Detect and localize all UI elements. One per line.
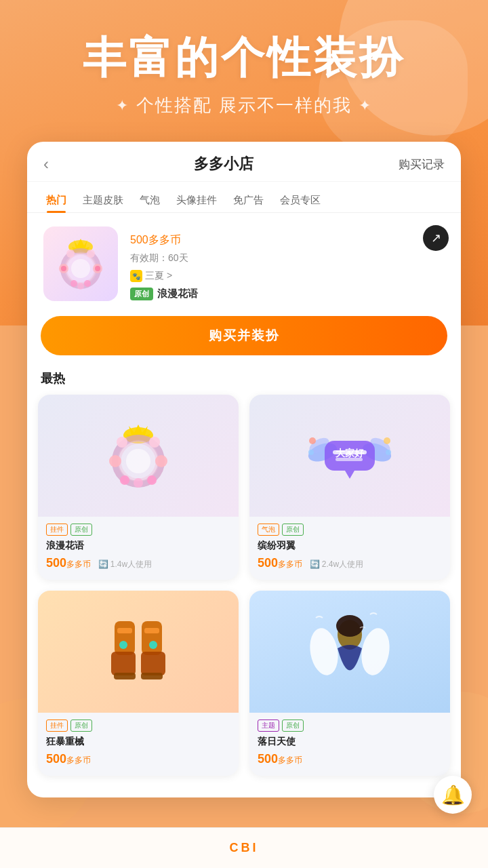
item-card-1[interactable]: 大家好 气泡 原创 缤纷羽翼 500多多币 🔄 2.4w人使用 bbox=[249, 395, 450, 580]
tab-hot[interactable]: 热门 bbox=[38, 189, 75, 212]
tab-theme-skin[interactable]: 主题皮肤 bbox=[75, 189, 131, 212]
tab-bar: 热门 主题皮肤 气泡 头像挂件 免广告 会员专区 bbox=[27, 182, 461, 213]
item-info-1: 气泡 原创 缤纷羽翼 500多多币 🔄 2.4w人使用 bbox=[249, 517, 450, 580]
tab-avatar-pendant[interactable]: 头像挂件 bbox=[168, 189, 225, 212]
tag-type-1: 气泡 bbox=[258, 524, 279, 536]
item-info-0: 挂件 原创 浪漫花语 500多多币 🔄 1.4w人使用 bbox=[38, 517, 239, 580]
tag-original-0: 原创 bbox=[70, 524, 92, 536]
item-price-row-1: 500多多币 🔄 2.4w人使用 bbox=[258, 556, 442, 570]
item-name-0: 浪漫花语 bbox=[46, 540, 230, 552]
tag-original-3: 原创 bbox=[282, 719, 304, 732]
svg-point-24 bbox=[134, 478, 143, 488]
item-image-1: 大家好 bbox=[249, 395, 450, 517]
svg-point-6 bbox=[66, 250, 75, 258]
sparkle-right-icon: ✦ bbox=[359, 97, 372, 115]
card-header: ‹ 多多小店 购买记录 bbox=[27, 142, 461, 182]
featured-name: 浪漫花语 bbox=[157, 288, 198, 300]
svg-point-23 bbox=[147, 475, 157, 485]
tab-vip[interactable]: 会员专区 bbox=[272, 189, 329, 212]
svg-rect-47 bbox=[141, 673, 163, 679]
svg-point-45 bbox=[149, 641, 157, 649]
item-price-0: 500多多币 bbox=[46, 556, 91, 570]
share-icon: ↗ bbox=[431, 231, 441, 245]
item-price-row-2: 500多多币 bbox=[46, 752, 230, 766]
float-notification-button[interactable]: 🔔 bbox=[434, 776, 472, 814]
featured-info: 500多多币 有效期：60天 🐾 三夏 > 原创 浪漫花语 bbox=[130, 227, 445, 300]
item-users-0: 🔄 1.4w人使用 bbox=[98, 559, 152, 569]
svg-rect-38 bbox=[115, 621, 135, 655]
svg-point-25 bbox=[126, 449, 150, 473]
item-name-1: 缤纷羽翼 bbox=[258, 540, 442, 552]
share-button[interactable]: ↗ bbox=[423, 225, 449, 251]
item-card[interactable]: 挂件 原创 浪漫花语 500多多币 🔄 1.4w人使用 bbox=[38, 395, 239, 580]
featured-price-currency: 多多币 bbox=[148, 234, 181, 245]
svg-marker-37 bbox=[345, 471, 354, 479]
robot-icon: 🔔 bbox=[441, 784, 465, 806]
item-name-3: 落日天使 bbox=[258, 736, 442, 748]
svg-point-7 bbox=[87, 250, 95, 258]
svg-point-32 bbox=[308, 450, 314, 455]
hero-section: 丰富的个性装扮 ✦ 个性搭配 展示不一样的我 ✦ bbox=[0, 0, 488, 117]
svg-point-49 bbox=[309, 626, 342, 677]
tab-bubble[interactable]: 气泡 bbox=[131, 189, 168, 212]
shop-title: 多多小店 bbox=[194, 154, 253, 174]
bottom-bar: CBI bbox=[0, 827, 488, 868]
svg-point-9 bbox=[84, 280, 91, 287]
purchase-history-button[interactable]: 购买记录 bbox=[399, 157, 445, 172]
svg-point-50 bbox=[358, 626, 390, 677]
item-image-3 bbox=[249, 591, 450, 713]
svg-rect-41 bbox=[141, 652, 165, 675]
item-price-1: 500多多币 bbox=[258, 556, 302, 570]
author-name[interactable]: 三夏 > bbox=[145, 270, 172, 282]
svg-point-20 bbox=[117, 437, 127, 448]
buy-button[interactable]: 购买并装扮 bbox=[41, 316, 447, 355]
hero-subtitle-text: 个性搭配 展示不一样的我 bbox=[136, 94, 351, 117]
svg-point-12 bbox=[61, 266, 66, 271]
featured-validity: 有效期：60天 bbox=[130, 252, 445, 264]
item-card-3[interactable]: 主题 原创 落日天使 500多多币 bbox=[249, 591, 450, 776]
featured-price-number: 500 bbox=[130, 234, 148, 245]
svg-point-18 bbox=[109, 455, 121, 467]
bottom-bar-label: CBI bbox=[230, 841, 259, 855]
featured-original-tag: 原创 bbox=[130, 288, 153, 300]
svg-point-10 bbox=[77, 283, 84, 290]
item-price-2: 500多多币 bbox=[46, 752, 91, 766]
svg-point-13 bbox=[95, 266, 100, 271]
tag-original-1: 原创 bbox=[282, 524, 304, 536]
svg-point-44 bbox=[119, 641, 127, 649]
svg-rect-42 bbox=[117, 628, 132, 633]
tag-type-3: 主题 bbox=[258, 719, 279, 732]
svg-point-22 bbox=[120, 475, 129, 485]
svg-rect-43 bbox=[144, 628, 159, 633]
author-icon: 🐾 bbox=[130, 270, 142, 282]
svg-point-33 bbox=[386, 450, 391, 455]
featured-price: 500多多币 bbox=[130, 227, 445, 248]
item-image-2 bbox=[38, 591, 239, 713]
item-price-row-3: 500多多币 bbox=[258, 752, 442, 766]
tag-type-2: 挂件 bbox=[46, 719, 68, 732]
item-price-row-0: 500多多币 🔄 1.4w人使用 bbox=[46, 556, 230, 570]
item-card-2[interactable]: 挂件 原创 狂暴重械 500多多币 bbox=[38, 591, 239, 776]
svg-point-31 bbox=[384, 437, 390, 444]
tag-type-0: 挂件 bbox=[46, 524, 68, 536]
shop-card: ‹ 多多小店 购买记录 热门 主题皮肤 气泡 头像挂件 免广告 会员专区 bbox=[27, 142, 461, 797]
svg-point-21 bbox=[149, 437, 160, 448]
svg-rect-46 bbox=[114, 673, 136, 679]
item-tags-3: 主题 原创 bbox=[258, 719, 442, 732]
hero-subtitle: ✦ 个性搭配 展示不一样的我 ✦ bbox=[0, 94, 488, 117]
item-tags-0: 挂件 原创 bbox=[46, 524, 230, 536]
items-grid: 挂件 原创 浪漫花语 500多多币 🔄 1.4w人使用 bbox=[27, 395, 461, 787]
item-info-2: 挂件 原创 狂暴重械 500多多币 bbox=[38, 713, 239, 776]
sparkle-left-icon: ✦ bbox=[116, 97, 129, 115]
tag-original-2: 原创 bbox=[70, 719, 92, 732]
svg-point-8 bbox=[70, 280, 77, 287]
item-price-3: 500多多币 bbox=[258, 752, 302, 766]
svg-point-11 bbox=[71, 259, 90, 278]
item-users-1: 🔄 2.4w人使用 bbox=[310, 559, 364, 569]
tab-no-ads[interactable]: 免广告 bbox=[225, 189, 272, 212]
back-button[interactable]: ‹ bbox=[43, 155, 49, 174]
svg-rect-39 bbox=[142, 621, 162, 655]
featured-author: 🐾 三夏 > bbox=[130, 270, 445, 282]
featured-tag-row: 原创 浪漫花语 bbox=[130, 288, 445, 300]
hero-title: 丰富的个性装扮 bbox=[0, 34, 488, 81]
